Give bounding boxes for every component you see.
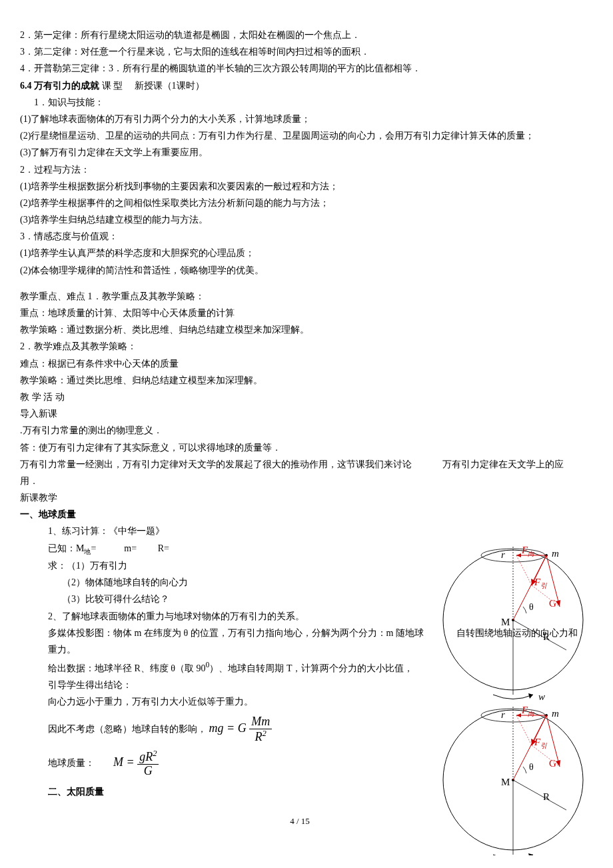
course-type-value: 新授课（1课时） <box>135 81 205 91</box>
d2-G: G <box>549 758 556 769</box>
earth-p1: 1、练习计算：《中华一题》 <box>20 523 580 539</box>
d-theta: θ <box>529 602 534 612</box>
intro-heading: 导入新课 <box>20 405 580 422</box>
d2-R: R <box>543 791 550 802</box>
focus-p2: 教学策略：通过数据分析、类比思维、归纳总结建立模型来加深理解。 <box>20 321 580 338</box>
f1-den-sup: 2 <box>263 729 267 738</box>
f2-num-base: gR <box>139 750 153 763</box>
sphere-svg-1: r F向 m F引 θ G M R w <box>426 540 600 700</box>
given-label: 已知：M <box>48 543 84 553</box>
d-w: w <box>538 691 545 700</box>
d-R: R <box>543 631 550 642</box>
svg-marker-16 <box>528 693 533 699</box>
heading-6-4: 6.4 万有引力的成就 课 型 新授课（1课时） <box>20 77 580 94</box>
activity-p1-a: 万有引力常量一经测出，万有引力定律对天文学的发展起了很大的推动作用，这节课我们来… <box>20 459 412 469</box>
d2-theta: θ <box>529 762 534 772</box>
values-heading: 3．情感态度与价值观： <box>20 228 580 245</box>
f1-den: R2 <box>249 729 272 744</box>
given-R: R= <box>158 543 169 553</box>
d2-M: M <box>501 777 510 787</box>
f2-lhs: M = <box>113 755 135 769</box>
focus-p1: 重点：地球质量的计算、太阳等中心天体质量的计算 <box>20 305 580 321</box>
methods-heading: 2．过程与方法： <box>20 161 580 178</box>
focus-heading-2: 2．教学难点及其教学策略： <box>20 338 580 355</box>
d2-r: r <box>501 709 505 720</box>
d2-m: m <box>552 708 559 719</box>
svg-marker-9 <box>516 553 521 557</box>
f2-num: gR2 <box>137 749 159 765</box>
given-m: m= <box>124 543 137 553</box>
earth-p6: 因此不考虑（忽略）地球自转的影响， <box>48 724 207 734</box>
intro-line-2: 3．第二定律：对任意一个行星来说，它与太阳的连线在相等时间内扫过相等的面积． <box>20 43 580 60</box>
f1-lhs: mg = G <box>209 722 247 735</box>
skills-3: (3)了解万有引力定律在天文学上有重要应用。 <box>20 144 580 161</box>
skills-1: (1)了解地球表面物体的万有引力两个分力的大小关系，计算地球质量； <box>20 111 580 127</box>
formula-mg: mg = G Mm R2 <box>209 715 273 744</box>
svg-line-14 <box>516 555 532 585</box>
mass-label: 地球质量： <box>48 758 95 768</box>
d-m: m <box>552 548 559 559</box>
values-2: (2)体会物理学规律的简洁性和普适性，领略物理学的优美。 <box>20 262 580 279</box>
course-type-label: 课 型 <box>102 81 123 91</box>
svg-line-23 <box>513 780 566 810</box>
d-M: M <box>501 617 510 627</box>
sphere-diagram-1: r F向 m F引 θ G M R w <box>426 540 600 705</box>
f1-frac: Mm R2 <box>249 715 272 744</box>
sphere-svg-2: r F向 m F引 θ G M R w <box>426 700 600 855</box>
given-eq: = <box>91 543 96 553</box>
svg-marker-26 <box>516 713 521 717</box>
focus-p4: 教学策略：通过类比思维、归纳总结建立模型来加深理解。 <box>20 372 580 389</box>
methods-1: (1)培养学生根据数据分析找到事物的主要因素和次要因素的一般过程和方法； <box>20 178 580 195</box>
d-Fy: F引 <box>534 577 547 589</box>
d2-w: w <box>538 851 545 855</box>
values-1: (1)培养学生认真严禁的科学态度和大胆探究的心理品质； <box>20 245 580 261</box>
question: .万有引力常量的测出的物理意义． <box>20 422 580 439</box>
skills-2: (2)行星绕恒星运动、卫星的运动的共同点：万有引力作为行星、卫星圆周运动的向心力… <box>20 127 580 144</box>
svg-marker-33 <box>528 853 533 855</box>
f2-den: G <box>137 765 159 778</box>
d-G: G <box>549 598 556 609</box>
svg-line-31 <box>516 715 532 745</box>
f2-num-sup: 2 <box>153 749 157 758</box>
svg-marker-28 <box>556 760 560 767</box>
answer: 答：使万有引力定律有了其实际意义，可以求得地球的质量等． <box>20 439 580 456</box>
activity-heading: 教 学 活 动 <box>20 389 580 405</box>
given-sub: 地 <box>84 547 91 555</box>
f1-num: Mm <box>249 715 272 729</box>
earth-p4-a: 给出数据：地球半径 R、纬度 θ（取 90 <box>48 663 206 673</box>
svg-line-6 <box>513 620 566 650</box>
focus-p3: 难点：根据已有条件求中心天体的质量 <box>20 355 580 372</box>
earth-mass-heading: 一、地球质量 <box>20 506 580 523</box>
activity-p1: 万有引力常量一经测出，万有引力定律对天文学的发展起了很大的推动作用，这节课我们来… <box>20 456 580 489</box>
sphere-diagram-2: r F向 m F引 θ G M R w <box>426 700 600 855</box>
d2-Fy: F引 <box>534 737 547 749</box>
earth-p3-a: 多媒体投影图：物体 m 在纬度为 θ 的位置，万有引力指向地心，分解为两个分力：… <box>48 628 424 638</box>
methods-2: (2)培养学生根据事件的之间相似性采取类比方法分析新问题的能力与方法； <box>20 195 580 211</box>
f2-frac: gR2 G <box>137 749 159 778</box>
new-lesson-heading: 新课教学 <box>20 489 580 506</box>
page-content: 2．第一定律：所有行星绕太阳运动的轨道都是椭圆，太阳处在椭圆的一个焦点上． 3．… <box>20 27 580 800</box>
intro-line-3: 4．开普勒第三定律：3．所有行星的椭圆轨道的半长轴的三次方跟公转周期的平方的比值… <box>20 60 580 77</box>
methods-3: (3)培养学生归纳总结建立模型的能力与方法。 <box>20 211 580 228</box>
f1-den-base: R <box>255 730 263 743</box>
earth-p4: 给出数据：地球半径 R、纬度 θ（取 900）、地球自转周期 T，计算两个分力的… <box>20 658 421 693</box>
focus-heading-1: 教学重点、难点 1．教学重点及其教学策略： <box>20 288 580 305</box>
skills-heading: 1．知识与技能： <box>20 94 580 111</box>
svg-marker-11 <box>556 600 560 607</box>
heading-6-4-title: 6.4 万有引力的成就 <box>20 81 99 91</box>
d-r: r <box>501 549 505 560</box>
intro-line-1: 2．第一定律：所有行星绕太阳运动的轨道都是椭圆，太阳处在椭圆的一个焦点上． <box>20 27 580 43</box>
formula-mass: M = gR2 G <box>113 749 159 778</box>
